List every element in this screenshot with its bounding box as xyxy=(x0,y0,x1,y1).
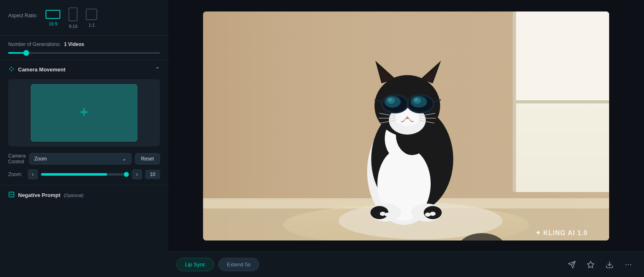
svg-rect-15 xyxy=(513,100,609,103)
svg-point-57 xyxy=(380,212,386,216)
num-generations-section: Number of Generations: 1 Videos xyxy=(0,36,168,60)
star-icon xyxy=(587,261,595,269)
aspect-option-16-9[interactable]: 16:9 xyxy=(46,10,60,26)
zoom-decrease-button[interactable]: ‹ xyxy=(28,169,38,179)
svg-rect-16 xyxy=(516,11,609,100)
svg-point-65 xyxy=(626,264,627,265)
download-button[interactable] xyxy=(602,257,617,272)
aspect-label-9-16: 9:16 xyxy=(69,24,78,29)
send-button[interactable] xyxy=(564,257,579,272)
camera-preview-box xyxy=(8,79,160,147)
aspect-option-9-16[interactable]: 9:16 xyxy=(69,7,78,29)
camera-section-header: Camera Movement ⌃ xyxy=(8,66,160,73)
more-icon xyxy=(624,261,633,269)
negative-prompt-title: Negative Prompt xyxy=(18,192,60,198)
aspect-ratio-section: Aspect Ratio: 16:9 9:16 1:1 xyxy=(0,0,168,36)
aspect-label-1-1: 1:1 xyxy=(89,23,95,27)
svg-text:✦ KLING AI 1.0: ✦ KLING AI 1.0 xyxy=(535,229,588,236)
slider-thumb[interactable] xyxy=(23,50,29,56)
reset-button[interactable]: Reset xyxy=(135,153,160,165)
svg-point-66 xyxy=(628,264,629,265)
svg-point-35 xyxy=(388,98,392,101)
svg-point-59 xyxy=(425,213,431,217)
video-frame: ✦ KLING AI 1.0 xyxy=(203,11,609,240)
main-area: ✦ KLING AI 1.0 Lip Sync Extend 5s xyxy=(168,0,644,277)
camera-movement-title: Camera Movement xyxy=(18,66,66,73)
aspect-icon-16-9 xyxy=(46,10,60,19)
negative-prompt-section: Negative Prompt (Optional) xyxy=(0,185,168,205)
svg-marker-63 xyxy=(587,261,594,268)
camera-control-select[interactable]: Zoom ⌄ xyxy=(29,153,132,165)
lip-sync-button[interactable]: Lip Sync xyxy=(176,258,214,271)
svg-point-0 xyxy=(83,111,85,113)
negative-prompt-optional: (Optional) xyxy=(64,193,83,198)
svg-point-60 xyxy=(430,212,436,216)
aspect-icon-9-16 xyxy=(69,7,78,21)
svg-point-58 xyxy=(385,213,391,217)
chevron-up-icon[interactable]: ⌃ xyxy=(155,66,160,73)
zoom-increase-button[interactable]: › xyxy=(132,169,142,179)
bottom-bar: Lip Sync Extend 5s xyxy=(168,252,644,277)
aspect-option-1-1[interactable]: 1:1 xyxy=(86,9,97,27)
camera-control-value: Zoom xyxy=(34,156,47,162)
more-button[interactable] xyxy=(621,257,636,272)
zoom-fill xyxy=(41,173,107,176)
num-gen-slider[interactable] xyxy=(8,52,160,54)
zoom-slider[interactable] xyxy=(41,173,129,176)
negative-prompt-header: Negative Prompt (Optional) xyxy=(8,191,160,199)
svg-point-67 xyxy=(630,264,632,265)
zoom-row: Zoom: ‹ › 10 xyxy=(8,169,160,179)
camera-section-title: Camera Movement xyxy=(8,66,66,73)
camera-movement-section: Camera Movement ⌃ CameraControl xyxy=(0,60,168,185)
aspect-icon-1-1 xyxy=(86,9,97,20)
star-button[interactable] xyxy=(583,257,598,272)
download-icon xyxy=(605,261,614,269)
num-gen-value: 1 Videos xyxy=(64,41,84,47)
select-chevron-icon: ⌄ xyxy=(122,156,126,162)
camera-controls-row: CameraControl Zoom ⌄ Reset xyxy=(8,153,160,165)
svg-point-40 xyxy=(414,98,418,101)
send-icon xyxy=(568,261,576,269)
zoom-thumb xyxy=(124,172,129,177)
svg-point-55 xyxy=(370,206,388,219)
video-container: ✦ KLING AI 1.0 xyxy=(168,0,644,252)
svg-rect-17 xyxy=(516,103,609,192)
camera-control-label: CameraControl xyxy=(8,153,26,165)
zoom-value: 10 xyxy=(145,170,160,179)
camera-preview-inner xyxy=(31,84,137,142)
left-panel: Aspect Ratio: 16:9 9:16 1:1 Number of Ge… xyxy=(0,0,168,277)
num-gen-label: Number of Generations: xyxy=(8,41,61,47)
zoom-label: Zoom: xyxy=(8,172,25,177)
extend-button[interactable]: Extend 5s xyxy=(218,258,259,271)
crosshair-icon xyxy=(79,107,89,119)
camera-movement-icon xyxy=(8,66,15,73)
aspect-label-16-9: 16:9 xyxy=(49,21,57,26)
negative-prompt-icon xyxy=(8,191,15,199)
aspect-ratio-label: Aspect Ratio: xyxy=(8,13,37,18)
cat-scene-svg: ✦ KLING AI 1.0 xyxy=(203,11,609,240)
